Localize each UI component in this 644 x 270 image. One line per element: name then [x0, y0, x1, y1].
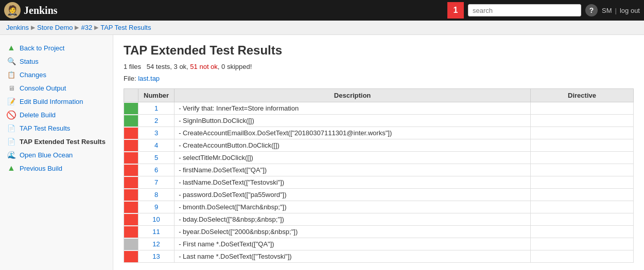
row-description: - First name *.DoSetText(["QA"]): [175, 238, 531, 250]
row-directive: [531, 226, 634, 238]
sidebar-item-edit-build[interactable]: 📝 Edit Build Information: [0, 95, 113, 108]
row-description: - byear.DoSelect(["2000&nbsp;&nbsp;"]): [175, 226, 531, 238]
user-area: SM | log out: [602, 7, 640, 14]
breadcrumb-tap[interactable]: TAP Test Results: [100, 24, 151, 31]
magnify-icon: 🔍: [7, 57, 15, 65]
sidebar-item-tap-ext[interactable]: 📄 TAP Extended Test Results: [0, 135, 113, 148]
row-number[interactable]: 4: [138, 139, 175, 152]
sidebar-label-tap-ext: TAP Extended Test Results: [20, 138, 106, 146]
row-description: - Verify that: InnerText=Store informati…: [175, 102, 531, 115]
row-directive: [531, 250, 634, 263]
row-description: - Last name *.DoSetText(["Testovski"]): [175, 250, 531, 263]
table-row: 9- bmonth.DoSelect(["March&nbsp;"]): [124, 201, 634, 213]
row-directive: [531, 164, 634, 176]
delete-icon: 🚫: [7, 111, 15, 119]
table-row: 5- selectTitleMr.DoClick([]): [124, 152, 634, 164]
sidebar-label-tap-results: TAP Test Results: [20, 124, 70, 132]
app-header: 🤵 Jenkins 1 ? SM | log out: [0, 0, 644, 21]
jenkins-logo: 🤵: [4, 2, 21, 19]
col-header-description: Description: [175, 89, 531, 102]
col-header-number: Number: [138, 89, 175, 102]
row-directive: [531, 213, 634, 226]
app-title: Jenkins: [24, 5, 58, 16]
table-row: 3- CreateAccountEmailBox.DoSetText(["201…: [124, 127, 634, 139]
tap-ext-icon: 📄: [7, 137, 15, 146]
row-directive: [531, 139, 634, 152]
breadcrumb-jenkins[interactable]: Jenkins: [6, 24, 29, 31]
breadcrumb-build[interactable]: #32: [81, 24, 92, 31]
search-input[interactable]: [468, 4, 581, 16]
row-number[interactable]: 1: [138, 102, 175, 115]
row-number[interactable]: 12: [138, 238, 175, 250]
row-number[interactable]: 7: [138, 176, 175, 189]
row-number[interactable]: 9: [138, 201, 175, 213]
summary-line: 1 files 54 tests, 3 ok, 51 not ok, 0 ski…: [124, 63, 634, 70]
status-cell: [124, 127, 138, 139]
row-description: - bmonth.DoSelect(["March&nbsp;"]): [175, 201, 531, 213]
sidebar-item-status[interactable]: 🔍 Status: [0, 55, 113, 68]
row-number[interactable]: 10: [138, 213, 175, 226]
row-number[interactable]: 13: [138, 250, 175, 263]
row-number[interactable]: 6: [138, 164, 175, 176]
sidebar-label-prev-build: Previous Build: [20, 165, 62, 172]
file-label: File:: [124, 75, 136, 82]
search-area: [468, 4, 581, 16]
row-description: - CreateAccountEmailBox.DoSetText(["2018…: [175, 127, 531, 139]
results-table: Number Description Directive 1- Verify t…: [124, 88, 634, 263]
table-row: 2- SignInButton.DoClick([]): [124, 115, 634, 127]
row-description: - SignInButton.DoClick([]): [175, 115, 531, 127]
row-directive: [531, 201, 634, 213]
row-directive: [531, 238, 634, 250]
table-row: 8- password.DoSetText(["pa55word"]): [124, 189, 634, 201]
status-cell: [124, 115, 138, 127]
row-number[interactable]: 5: [138, 152, 175, 164]
row-number[interactable]: 2: [138, 115, 175, 127]
table-row: 12- First name *.DoSetText(["QA"]): [124, 238, 634, 250]
logo-area: 🤵 Jenkins: [4, 2, 443, 19]
sidebar-label-back: Back to Project: [20, 44, 64, 52]
status-cell: [124, 238, 138, 250]
table-row: 6- firstName.DoSetText(["QA"]): [124, 164, 634, 176]
status-cell: [124, 250, 138, 263]
tap-icon: 📄: [7, 124, 15, 132]
row-description: - lastName.DoSetText(["Testovski"]): [175, 176, 531, 189]
changes-icon: 📋: [7, 70, 15, 79]
sidebar-item-delete-build[interactable]: 🚫 Delete Build: [0, 108, 113, 121]
sidebar-item-console[interactable]: 🖥 Console Output: [0, 81, 113, 95]
separator: |: [615, 7, 617, 14]
row-number[interactable]: 3: [138, 127, 175, 139]
breadcrumb-sep-1: ▶: [31, 24, 35, 31]
edit-icon: 📝: [7, 97, 15, 105]
main-layout: ▲ Back to Project 🔍 Status 📋 Changes 🖥 C…: [0, 35, 644, 270]
content-area: TAP Extended Test Results 1 files 54 tes…: [113, 35, 644, 270]
row-directive: [531, 115, 634, 127]
breadcrumb-store[interactable]: Store Demo: [37, 24, 73, 31]
row-description: - firstName.DoSetText(["QA"]): [175, 164, 531, 176]
sidebar-item-changes[interactable]: 📋 Changes: [0, 68, 113, 81]
status-cell: [124, 176, 138, 189]
row-description: - selectTitleMr.DoClick([]): [175, 152, 531, 164]
notification-badge[interactable]: 1: [447, 2, 464, 19]
sidebar-item-open-ocean[interactable]: 🌊 Open Blue Ocean: [0, 148, 113, 161]
status-cell: [124, 189, 138, 201]
page-title: TAP Extended Test Results: [124, 43, 634, 58]
help-icon[interactable]: ?: [585, 4, 598, 16]
sidebar: ▲ Back to Project 🔍 Status 📋 Changes 🖥 C…: [0, 35, 113, 270]
status-cell: [124, 201, 138, 213]
col-header-directive: Directive: [531, 89, 634, 102]
row-directive: [531, 152, 634, 164]
row-number[interactable]: 8: [138, 189, 175, 201]
sidebar-label-changes: Changes: [20, 71, 46, 79]
ocean-icon: 🌊: [7, 151, 15, 159]
table-row: 1- Verify that: InnerText=Store informat…: [124, 102, 634, 115]
sidebar-item-prev-build[interactable]: ▲ Previous Build: [0, 161, 113, 175]
sidebar-item-tap-results[interactable]: 📄 TAP Test Results: [0, 121, 113, 135]
logout-link[interactable]: log out: [620, 7, 640, 14]
console-icon: 🖥: [7, 84, 15, 92]
sidebar-item-back[interactable]: ▲ Back to Project: [0, 41, 113, 55]
status-cell: [124, 102, 138, 115]
file-link[interactable]: last.tap: [138, 75, 160, 82]
row-directive: [531, 189, 634, 201]
table-row: 11- byear.DoSelect(["2000&nbsp;&nbsp;"]): [124, 226, 634, 238]
row-number[interactable]: 11: [138, 226, 175, 238]
